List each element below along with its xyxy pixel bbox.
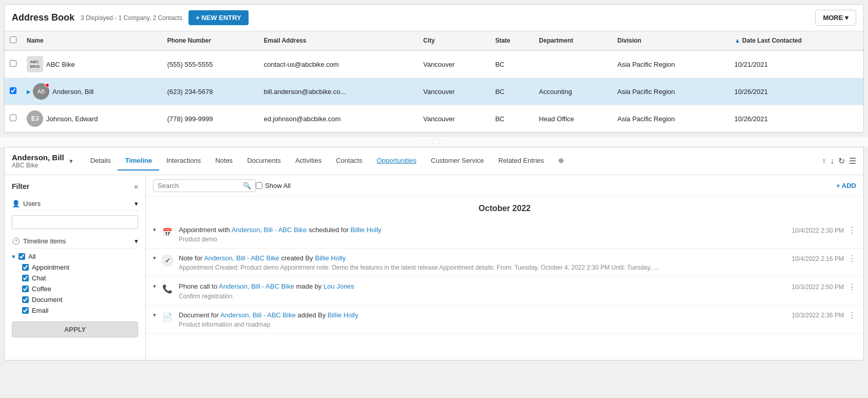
checkbox-appointment[interactable]: Appointment bbox=[22, 263, 138, 271]
coffee-checkbox[interactable] bbox=[22, 286, 29, 292]
contact-chevron-icon[interactable]: ▾ bbox=[69, 157, 73, 165]
row-department: Accounting bbox=[534, 78, 612, 105]
timeline-item: ▾ 📅 Appointment with Anderson, Bill - AB… bbox=[146, 220, 863, 249]
row-email: ed.johnson@abcbike.com bbox=[259, 105, 419, 132]
users-filter-header[interactable]: 👤 Users ▾ bbox=[12, 197, 138, 211]
timeline-link-3b[interactable]: Lou Jones bbox=[324, 282, 354, 290]
tab-contacts[interactable]: Contacts bbox=[329, 151, 369, 170]
timeline-item-4-body: Document for Anderson, Bill - ABC Bike a… bbox=[179, 311, 787, 328]
chat-checkbox[interactable] bbox=[22, 275, 29, 281]
tab-add[interactable]: ⊕ bbox=[551, 151, 571, 170]
timeline-link-1a[interactable]: Anderson, Bill - ABC Bike bbox=[232, 226, 307, 234]
item-menu-icon-4[interactable]: ⋮ bbox=[848, 311, 856, 320]
th-division[interactable]: Division bbox=[612, 31, 729, 50]
tab-related-entries[interactable]: Related Entries bbox=[491, 151, 551, 170]
checkbox-document[interactable]: Document bbox=[22, 296, 138, 304]
th-state[interactable]: State bbox=[490, 31, 534, 50]
expand-icon-3[interactable]: ▾ bbox=[153, 283, 156, 290]
timeline-link-2a[interactable]: Anderson, Bill - ABC Bike bbox=[204, 254, 279, 262]
timeline-item-3-date: 10/3/2022 2:50 PM bbox=[792, 283, 844, 291]
tab-notes[interactable]: Notes bbox=[208, 151, 240, 170]
timeline-item-1-date: 10/4/2022 2:30 PM bbox=[792, 227, 844, 234]
select-all-checkbox[interactable] bbox=[10, 36, 16, 43]
row-city: Vancouver bbox=[418, 105, 490, 132]
tab-documents[interactable]: Documents bbox=[240, 151, 288, 170]
clock-icon: 🕐 bbox=[12, 237, 20, 245]
row-checkbox[interactable] bbox=[10, 60, 16, 67]
row-division: Asia Pacific Region bbox=[612, 78, 729, 105]
show-all-checkbox[interactable] bbox=[256, 182, 262, 189]
expand-icon-4[interactable]: ▾ bbox=[153, 312, 156, 318]
timeline-item-2-date: 10/4/2022 2:16 PM bbox=[792, 255, 844, 262]
row-department: Head Office bbox=[534, 105, 612, 132]
timeline-link-3a[interactable]: Anderson, Bill - ABC Bike bbox=[219, 282, 294, 290]
document-checkbox[interactable] bbox=[22, 296, 29, 303]
timeline-item-3-body: Phone call to Anderson, Bill - ABC Bike … bbox=[179, 282, 787, 299]
row-name: Johnson, Edward bbox=[46, 115, 98, 123]
timeline-link-4a[interactable]: Anderson, Bill - ABC Bike bbox=[220, 311, 296, 319]
checkbox-email[interactable]: Email bbox=[22, 307, 138, 314]
checkbox-all[interactable]: ▾ All bbox=[12, 253, 138, 260]
th-date-last-contacted[interactable]: ▲ Date Last Contacted bbox=[729, 31, 863, 50]
new-entry-button[interactable]: + NEW ENTRY bbox=[188, 10, 249, 25]
expand-icon-2[interactable]: ▾ bbox=[153, 255, 156, 261]
add-timeline-button[interactable]: + ADD bbox=[836, 182, 856, 189]
tab-customer-service[interactable]: Customer Service bbox=[424, 151, 491, 170]
users-filter-input[interactable] bbox=[12, 215, 138, 229]
move-up-icon[interactable]: ↑ bbox=[822, 157, 826, 166]
more-button[interactable]: MORE ▾ bbox=[815, 10, 856, 26]
timeline-items-filter-header[interactable]: 🕐 Timeline items ▾ bbox=[12, 234, 138, 249]
timeline-search-box[interactable]: 🔍 bbox=[153, 179, 256, 192]
checkbox-coffee[interactable]: Coffee bbox=[22, 285, 138, 293]
timeline-link-4b[interactable]: Billie Holly bbox=[328, 311, 358, 319]
appointment-checkbox[interactable] bbox=[22, 264, 29, 271]
email-checkbox[interactable] bbox=[22, 307, 29, 314]
tabs-right-icons: ↑ ↓ ↻ ☰ bbox=[822, 156, 856, 166]
panel-body: Filter « 👤 Users ▾ 🕐 Timeline ite bbox=[5, 175, 863, 360]
move-down-icon[interactable]: ↓ bbox=[830, 157, 834, 166]
row-checkbox[interactable] bbox=[10, 115, 16, 121]
row-city: Vancouver bbox=[418, 50, 490, 78]
expand-icon-1[interactable]: ▾ bbox=[153, 226, 156, 233]
tab-activities[interactable]: Activities bbox=[288, 151, 329, 170]
row-date: 10/21/2021 bbox=[729, 50, 863, 78]
apply-filter-button[interactable]: APPLY bbox=[12, 321, 138, 337]
timeline-checkbox-list: ▾ All Appointment Chat Coffee bbox=[12, 253, 138, 314]
users-filter-label: 👤 Users bbox=[12, 200, 41, 207]
contact-header-info: Anderson, Bill ABC Bike bbox=[12, 153, 64, 169]
item-menu-icon-3[interactable]: ⋮ bbox=[848, 282, 856, 292]
resize-handle[interactable]: . . . . . bbox=[0, 137, 868, 147]
timeline-link-1b[interactable]: Billie Holly bbox=[351, 226, 382, 234]
timeline-search-input[interactable] bbox=[158, 182, 240, 189]
row-checkbox[interactable] bbox=[10, 87, 16, 94]
tab-details[interactable]: Details bbox=[83, 151, 118, 170]
ab-header-left: Address Book 3 Displayed - 1 Company, 2 … bbox=[12, 10, 249, 25]
show-all-check[interactable]: Show All bbox=[256, 182, 291, 189]
timeline-item-2-subtitle: Appointment Created: Product demo Appoin… bbox=[179, 264, 787, 271]
users-chevron-icon[interactable]: ▾ bbox=[135, 200, 138, 207]
all-checkbox[interactable] bbox=[18, 253, 25, 260]
tab-interactions[interactable]: Interactions bbox=[159, 151, 208, 170]
row-state: BC bbox=[490, 50, 534, 78]
th-department[interactable]: Department bbox=[534, 31, 612, 50]
columns-icon[interactable]: ☰ bbox=[849, 156, 856, 166]
name-cell: ABCBIKE ABC Bike bbox=[27, 56, 157, 72]
th-city[interactable]: City bbox=[418, 31, 490, 50]
row-phone: (623) 234-5678 bbox=[162, 78, 259, 105]
address-book-header: Address Book 3 Displayed - 1 Company, 2 … bbox=[5, 5, 863, 31]
item-menu-icon-2[interactable]: ⋮ bbox=[848, 254, 856, 263]
row-phone: (555) 555-5555 bbox=[162, 50, 259, 78]
th-phone[interactable]: Phone Number bbox=[162, 31, 259, 50]
refresh-icon[interactable]: ↻ bbox=[838, 156, 845, 166]
item-menu-icon-1[interactable]: ⋮ bbox=[848, 225, 856, 235]
th-email[interactable]: Email Address bbox=[259, 31, 419, 50]
timeline-link-2b[interactable]: Billie Holly bbox=[315, 254, 346, 262]
timeline-item-2-body: Note for Anderson, Bill - ABC Bike creat… bbox=[179, 254, 787, 271]
timeline-chevron-icon[interactable]: ▾ bbox=[135, 237, 138, 245]
checkbox-chat[interactable]: Chat bbox=[22, 274, 138, 282]
collapse-filter-icon[interactable]: « bbox=[134, 182, 138, 191]
th-name[interactable]: Name bbox=[22, 31, 162, 50]
tab-opportunities[interactable]: Opportunities bbox=[369, 151, 423, 170]
tab-timeline[interactable]: Timeline bbox=[118, 151, 159, 170]
row-department bbox=[534, 50, 612, 78]
